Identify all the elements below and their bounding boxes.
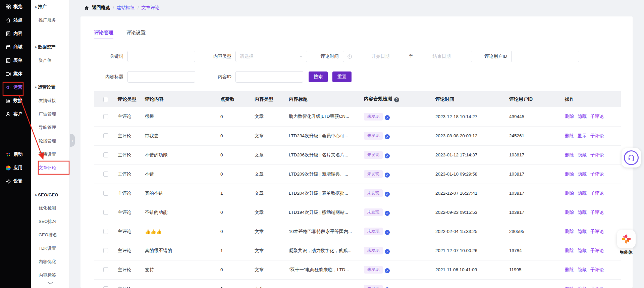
cell-comment-content: 支持: [145, 260, 220, 279]
action-删除[interactable]: 删除: [565, 210, 574, 215]
left-nav-item-运营[interactable]: 运营: [0, 81, 31, 94]
action-子评论[interactable]: 子评论: [590, 191, 604, 196]
action-隐藏[interactable]: 隐藏: [578, 286, 587, 288]
action-隐藏[interactable]: 隐藏: [578, 267, 587, 272]
subnav-group-title-推广[interactable]: ∧推广: [31, 0, 69, 13]
left-nav-item-商城[interactable]: 商城: [0, 40, 31, 54]
subnav-item-文章评论[interactable]: 文章评论: [31, 161, 69, 175]
row-checkbox[interactable]: [103, 172, 108, 177]
subnav-item-资产值[interactable]: 资产值: [31, 54, 69, 67]
action-隐藏[interactable]: 隐藏: [578, 229, 587, 234]
row-checkbox[interactable]: [103, 114, 108, 119]
comment-user-id-input[interactable]: [511, 51, 579, 62]
action-隐藏[interactable]: 隐藏: [578, 210, 587, 215]
action-显示[interactable]: 显示: [578, 133, 587, 138]
action-隐藏[interactable]: 隐藏: [578, 191, 587, 196]
action-隐藏[interactable]: 隐藏: [578, 172, 587, 177]
action-删除[interactable]: 删除: [565, 229, 574, 234]
subnav-group-title-数据资产[interactable]: ∧数据资产: [31, 40, 69, 54]
home-icon[interactable]: [84, 5, 89, 10]
subnav-item-SEO排名[interactable]: SEO排名: [31, 215, 69, 228]
row-checkbox[interactable]: [103, 229, 108, 234]
action-删除[interactable]: 删除: [565, 248, 574, 253]
action-子评论[interactable]: 子评论: [590, 172, 604, 177]
action-删除[interactable]: 删除: [565, 114, 574, 119]
cell-likes: 0: [220, 222, 255, 241]
action-隐藏[interactable]: 隐藏: [578, 114, 587, 119]
subnav-scroll-more[interactable]: [31, 278, 69, 288]
select-all-checkbox[interactable]: [103, 97, 108, 102]
left-nav-item-媒体[interactable]: 媒体: [0, 67, 31, 81]
content-type-select[interactable]: 请选择: [235, 51, 307, 62]
action-子评论[interactable]: 子评论: [590, 229, 604, 234]
comment-time-range-picker[interactable]: 开始日期 至 结束日期: [343, 51, 472, 62]
content-title-input[interactable]: [127, 71, 195, 83]
left-nav-item-内容[interactable]: 内容: [0, 27, 31, 40]
row-checkbox[interactable]: [103, 133, 108, 138]
table-row: 主评论带我去0文章LTD234次升级 | 会员中心可...未发现✓2023-08…: [94, 126, 621, 145]
action-子评论[interactable]: 子评论: [590, 133, 604, 138]
action-隐藏[interactable]: 隐藏: [578, 152, 587, 157]
subnav-item-直播设置[interactable]: 直播设置: [31, 148, 69, 161]
subnav-item-优化检测[interactable]: 优化检测: [31, 201, 69, 215]
action-子评论[interactable]: 子评论: [590, 210, 604, 215]
action-子评论[interactable]: 子评论: [590, 248, 604, 253]
tab-1[interactable]: 评论管理: [94, 27, 113, 39]
table-row: 主评论不错0文章LTD209次升级 | 新增瑞典、...未发现✓2023-01-…: [94, 164, 621, 184]
sidebar-collapse-handle[interactable]: ‹: [70, 134, 75, 147]
action-隐藏[interactable]: 隐藏: [578, 248, 587, 253]
subnav-group: ∧推广推广服务: [31, 0, 69, 27]
left-nav-item-应用[interactable]: 应用: [0, 161, 31, 175]
subnav-group-title-SEO/GEO[interactable]: ∧SEO/GEO: [31, 188, 69, 201]
row-select-cell: [94, 222, 118, 241]
action-子评论[interactable]: 子评论: [590, 267, 604, 272]
action-删除[interactable]: 删除: [565, 191, 574, 196]
subnav-item-推广服务[interactable]: 推广服务: [31, 13, 69, 27]
row-checkbox[interactable]: [103, 248, 108, 253]
keyword-input[interactable]: [127, 51, 195, 62]
action-删除[interactable]: 删除: [565, 267, 574, 272]
ai-agent-widget[interactable]: [617, 230, 636, 248]
subnav-item-TDK设置[interactable]: TDK设置: [31, 242, 69, 255]
row-checkbox[interactable]: [103, 152, 108, 157]
start-date-placeholder[interactable]: 开始日期: [354, 53, 407, 59]
col-header-内容标题: 内容标题: [289, 91, 364, 107]
cell-comment-type: 主评论: [118, 260, 145, 279]
action-删除[interactable]: 删除: [565, 172, 574, 177]
tab-2[interactable]: 评论设置: [126, 27, 146, 39]
left-nav-item-概览[interactable]: 概览: [0, 0, 31, 13]
left-nav-item-客户[interactable]: 客户: [0, 107, 31, 121]
customer-service-widget[interactable]: [622, 148, 641, 167]
content-id-input[interactable]: [235, 71, 303, 83]
action-子评论[interactable]: 子评论: [590, 152, 604, 157]
search-button[interactable]: 搜索: [309, 71, 328, 82]
subnav-item-导航管理[interactable]: 导航管理: [31, 121, 69, 134]
left-nav-item-启动[interactable]: 启动: [0, 148, 31, 161]
left-nav-item-数据[interactable]: 数据: [0, 94, 31, 107]
row-checkbox[interactable]: [103, 267, 108, 272]
action-删除[interactable]: 删除: [565, 286, 574, 288]
subnav-item-GEO排名[interactable]: GEO排名: [31, 228, 69, 242]
subnav-item-广告管理[interactable]: 广告管理: [31, 107, 69, 121]
row-checkbox[interactable]: [103, 191, 108, 196]
action-删除[interactable]: 删除: [565, 152, 574, 157]
action-子评论[interactable]: 子评论: [590, 114, 604, 119]
subnav-group-title-运营设置[interactable]: ∧运营设置: [31, 81, 69, 94]
subnav-item-轮播管理[interactable]: 轮播管理: [31, 134, 69, 148]
left-nav-item-站点[interactable]: 站点: [0, 13, 31, 27]
left-nav-item-表单[interactable]: 表单: [0, 54, 31, 67]
help-icon[interactable]: ?: [394, 97, 399, 102]
subnav-item-内容优化[interactable]: 内容优化: [31, 255, 69, 269]
breadcrumb-item-hub[interactable]: 建站枢纽: [117, 5, 135, 11]
reset-button[interactable]: 重置: [332, 71, 352, 82]
check-circle-icon: ✓: [385, 211, 390, 216]
action-子评论[interactable]: 子评论: [590, 286, 604, 288]
subnav-item-友情链接[interactable]: 友情链接: [31, 94, 69, 107]
end-date-placeholder[interactable]: 结束日期: [415, 53, 468, 59]
breadcrumb-home[interactable]: 返回概览: [92, 5, 110, 11]
action-删除[interactable]: 删除: [565, 133, 574, 138]
row-checkbox[interactable]: [103, 286, 108, 288]
check-circle-icon: ✓: [385, 192, 390, 197]
left-nav-item-设置[interactable]: 设置: [0, 175, 31, 188]
row-checkbox[interactable]: [103, 210, 108, 215]
